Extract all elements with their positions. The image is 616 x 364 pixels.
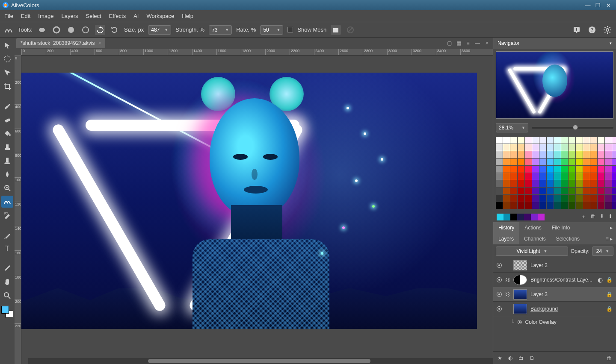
palette-cell[interactable] [583,144,590,151]
palette-cell[interactable] [510,173,517,180]
palette-cell[interactable] [525,188,532,194]
palette-cell[interactable] [590,188,597,194]
palette-cell[interactable] [598,137,604,144]
palette-cell[interactable] [612,202,616,209]
palette-cell[interactable] [518,202,524,209]
palette-cell[interactable] [590,144,597,151]
delete-layer-icon[interactable]: 🗑 [607,355,612,361]
palette-cell[interactable] [561,202,568,209]
palette-cell[interactable] [532,180,539,187]
palette-cell[interactable] [554,173,561,180]
palette-cell[interactable] [561,159,568,165]
palette-cell[interactable] [503,144,510,151]
recent-color[interactable] [524,214,531,220]
palette-cell[interactable] [598,195,604,202]
menu-help[interactable]: Help [182,13,193,19]
tab-actions[interactable]: Actions [519,222,546,233]
palette-cell[interactable] [605,202,612,209]
warp-tool-reset-icon[interactable] [110,25,120,35]
palette-cell[interactable] [510,202,517,209]
palette-cell[interactable] [576,173,583,180]
palette-cell[interactable] [518,195,524,202]
palette-cell[interactable] [576,144,583,151]
delete-swatch-icon[interactable]: 🗑 [590,213,595,220]
palette-cell[interactable] [518,144,524,151]
palette-cell[interactable] [583,173,590,180]
brush-tool[interactable] [1,100,13,112]
palette-cell[interactable] [496,144,503,151]
palette-cell[interactable] [605,137,612,144]
visibility-icon[interactable] [497,277,502,282]
palette-cell[interactable] [539,151,546,158]
palette-cell[interactable] [605,188,612,194]
help-icon[interactable]: ? [587,25,597,35]
palette-cell[interactable] [583,180,590,187]
palette-cell[interactable] [554,195,561,202]
warp-tool-1-icon[interactable] [37,25,47,35]
palette-cell[interactable] [583,159,590,165]
horizontal-scrollbar[interactable] [28,358,493,364]
warp-tool-3-icon[interactable] [66,25,76,35]
eyedropper-tool[interactable] [1,262,13,274]
palette-cell[interactable] [590,195,597,202]
palette-cell[interactable] [547,137,554,144]
palette-cell[interactable] [510,180,517,187]
palette-cell[interactable] [503,202,510,209]
eraser-tool[interactable] [1,114,13,126]
layer-row[interactable]: Background🔒 [493,302,616,316]
palette-cell[interactable] [547,195,554,202]
palette-cell[interactable] [547,166,554,173]
view-x-icon[interactable]: × [483,40,490,46]
palette-cell[interactable] [554,151,561,158]
palette-cell[interactable] [547,180,554,187]
save-swatch-icon[interactable]: ⬆ [608,213,613,220]
palette-cell[interactable] [496,159,503,165]
palette-cell[interactable] [539,159,546,165]
palette-cell[interactable] [503,166,510,173]
text-tool[interactable]: T [1,243,13,255]
palette-cell[interactable] [569,166,575,173]
menu-edit[interactable]: Edit [21,13,30,19]
menu-workspace[interactable]: Workspace [146,13,174,19]
palette-cell[interactable] [510,144,517,151]
foreground-color-swatch[interactable] [1,306,9,314]
new-layer-icon[interactable]: 🗋 [530,355,535,361]
palette-cell[interactable] [583,188,590,194]
recent-color[interactable] [497,214,503,220]
palette-cell[interactable] [547,202,554,209]
palette-cell[interactable] [598,173,604,180]
quick-select-tool[interactable] [1,67,13,79]
palette-cell[interactable] [547,151,554,158]
palette-cell[interactable] [532,151,539,158]
palette-cell[interactable] [539,195,546,202]
palette-cell[interactable] [554,188,561,194]
palette-cell[interactable] [525,195,532,202]
warp-tool-2-icon[interactable] [51,25,62,35]
palette-cell[interactable] [569,202,575,209]
palette-cell[interactable] [503,188,510,194]
palette-cell[interactable] [590,202,597,209]
crop-tool[interactable] [1,80,13,92]
palette-cell[interactable] [576,202,583,209]
palette-cell[interactable] [539,137,546,144]
move-tool[interactable] [1,39,13,51]
layer-row[interactable]: ⛓Brightness/Contrast Laye...◐🔒 [493,273,616,287]
palette-cell[interactable] [525,180,532,187]
palette-cell[interactable] [496,180,503,187]
palette-cell[interactable] [532,137,539,144]
cancel-icon[interactable] [345,25,355,35]
palette-cell[interactable] [561,166,568,173]
tab-channels[interactable]: Channels [519,233,551,244]
palette-cell[interactable] [539,188,546,194]
tab-selections[interactable]: Selections [551,233,585,244]
palette-cell[interactable] [532,159,539,165]
palette-cell[interactable] [503,173,510,180]
palette-cell[interactable] [590,173,597,180]
palette-cell[interactable] [590,159,597,165]
palette-cell[interactable] [605,151,612,158]
zoom-tool-alt[interactable] [1,182,13,194]
palette-cell[interactable] [547,188,554,194]
palette-cell[interactable] [561,144,568,151]
palette-cell[interactable] [569,173,575,180]
palette-cell[interactable] [532,188,539,194]
